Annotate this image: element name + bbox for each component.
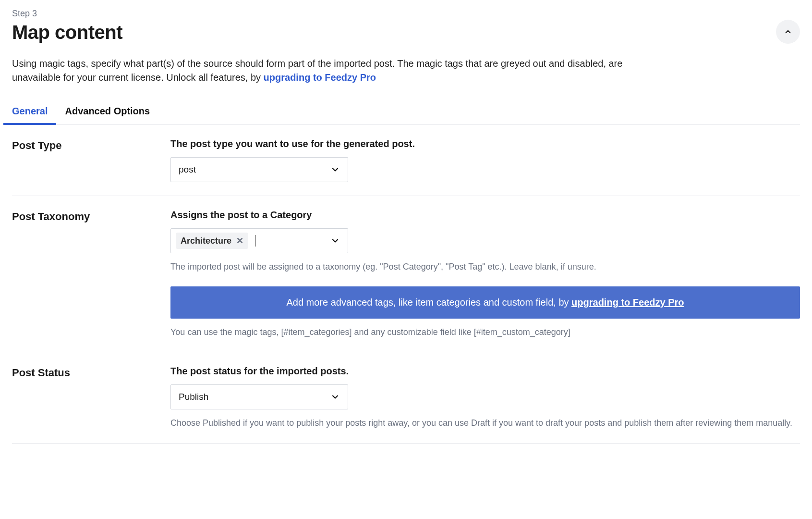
- post-type-field-title: The post type you want to use for the ge…: [170, 138, 800, 149]
- banner-text: Add more advanced tags, like item catego…: [286, 297, 571, 308]
- banner-upgrade-link[interactable]: upgrading to Feedzy Pro: [571, 297, 684, 308]
- post-taxonomy-field-title: Assigns the post to a Category: [170, 210, 800, 221]
- post-type-value: post: [179, 164, 196, 175]
- post-type-label: Post Type: [12, 138, 170, 182]
- tab-general[interactable]: General: [12, 101, 48, 124]
- collapse-button[interactable]: [776, 20, 800, 44]
- post-status-label: Post Status: [12, 366, 170, 429]
- row-post-taxonomy: Post Taxonomy Assigns the post to a Cate…: [12, 196, 800, 352]
- upgrade-link[interactable]: upgrading to Feedzy Pro: [264, 72, 376, 83]
- post-status-select[interactable]: Publish: [170, 384, 348, 409]
- post-taxonomy-label: Post Taxonomy: [12, 210, 170, 338]
- post-status-field-title: The post status for the imported posts.: [170, 366, 800, 377]
- post-status-value: Publish: [179, 392, 208, 402]
- upgrade-banner: Add more advanced tags, like item catego…: [170, 286, 800, 319]
- post-taxonomy-select[interactable]: Architecture ✕: [170, 228, 348, 253]
- tab-advanced-options[interactable]: Advanced Options: [65, 101, 150, 124]
- step-label: Step 3: [12, 9, 800, 19]
- chevron-down-icon: [330, 165, 340, 174]
- row-post-type: Post Type The post type you want to use …: [12, 125, 800, 196]
- post-taxonomy-helper: The imported post will be assigned to a …: [170, 261, 800, 273]
- taxonomy-tag-label: Architecture: [181, 236, 231, 246]
- post-taxonomy-helper-2: You can use the magic tags, [#item_categ…: [170, 326, 800, 338]
- remove-tag-button[interactable]: ✕: [236, 235, 243, 246]
- page-title: Map content: [12, 22, 122, 43]
- text-cursor: [255, 235, 255, 247]
- chevron-down-icon: [330, 392, 340, 402]
- chevron-down-icon: [330, 236, 340, 246]
- chevron-up-icon: [784, 27, 792, 36]
- tabs: General Advanced Options: [12, 101, 800, 125]
- row-post-status: Post Status The post status for the impo…: [12, 352, 800, 443]
- post-status-helper: Choose Published if you want to publish …: [170, 417, 800, 429]
- intro-text: Using magic tags, specify what part(s) o…: [12, 57, 641, 85]
- post-type-select[interactable]: post: [170, 157, 348, 182]
- taxonomy-tag-chip: Architecture ✕: [176, 233, 248, 249]
